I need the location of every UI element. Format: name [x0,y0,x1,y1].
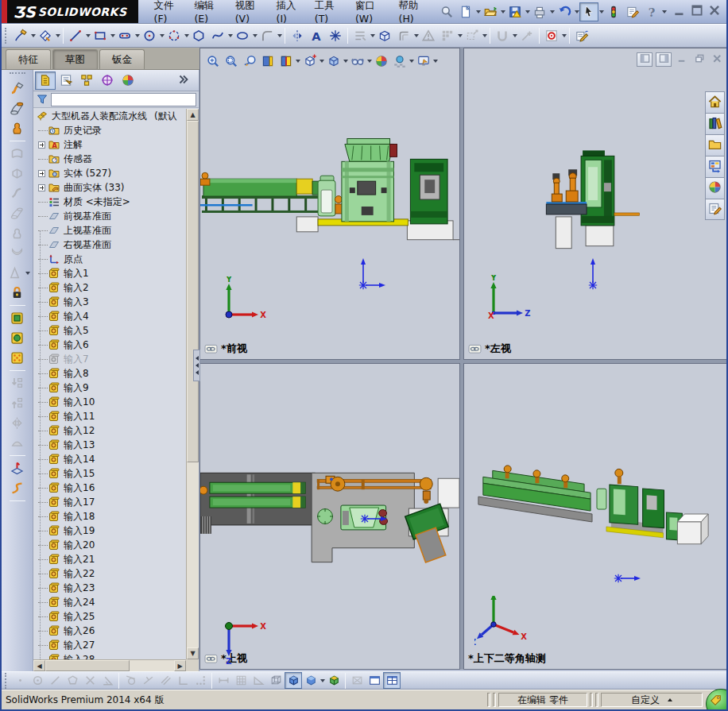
minimize-button[interactable] [672,5,687,18]
snap-corner-button[interactable] [174,672,192,689]
tree-item[interactable]: 原点 [33,252,186,266]
dome-button[interactable] [7,433,28,453]
task-pane-home-button[interactable] [705,91,725,113]
scroll-thumb[interactable] [187,121,199,462]
more-tabs-button[interactable] [173,71,194,90]
point-star-button[interactable] [326,26,345,45]
snap-nearest-button[interactable] [139,672,157,689]
snap-angle-tri-button[interactable] [250,672,267,689]
document-close-button[interactable] [710,53,724,66]
show-right-pane-button[interactable] [656,52,672,67]
tag-icon[interactable] [709,694,722,707]
menu-insert[interactable]: 插入(I) [269,0,307,23]
zoom-to-fit-button[interactable] [203,52,222,71]
tree-item[interactable]: 输入13 [33,438,186,452]
search-magnifier-button[interactable] [437,2,456,21]
custom-properties-button[interactable] [705,199,725,220]
smart-dimension-button[interactable] [36,26,55,45]
sketch-polygon-button[interactable] [64,672,81,689]
help-question-button[interactable]: ? [642,2,661,21]
ellipse-button[interactable] [233,26,252,45]
snap-points-button[interactable] [192,672,209,689]
menu-help[interactable]: 帮助(H) [391,0,432,23]
tree-item[interactable]: 输入9 [33,381,186,395]
straight-slot-button[interactable] [115,26,134,45]
corner-rectangle-button[interactable] [91,26,110,45]
tab-特征[interactable]: 特征 [6,49,51,69]
snap-tangent-button[interactable] [122,672,139,689]
expand-plus-icon[interactable] [38,184,45,191]
draft-button[interactable] [4,263,25,283]
apply-scene-button[interactable] [390,52,409,71]
open-document-button[interactable] [481,2,500,21]
tree-item[interactable]: 输入26 [33,624,186,638]
menu-file[interactable]: 文件(F) [146,0,187,23]
propertymanager-button[interactable] [56,71,76,90]
viewport-top[interactable]: *上视XZ [199,363,460,670]
view-palette-button[interactable] [705,156,725,177]
new-document-button[interactable] [456,2,475,21]
tree-item[interactable]: 上视基准面 [33,223,186,238]
no-preview-button[interactable] [348,672,366,689]
tree-item[interactable]: 输入22 [33,566,186,581]
line-button[interactable] [66,26,85,45]
file-explorer-button[interactable] [705,134,725,156]
tree-item[interactable]: 输入19 [33,524,186,538]
tree-item[interactable]: 输入11 [33,409,186,423]
displaymanager-button[interactable] [118,71,138,90]
sketch-fillet-button[interactable] [258,26,277,45]
tree-item[interactable]: 输入28 [33,652,186,659]
instant3d-button[interactable] [7,308,28,328]
tree-item[interactable]: 右视基准面 [33,238,186,252]
view-settings-button[interactable] [414,52,432,71]
dropdown-arrow-icon[interactable] [662,10,667,14]
toolbar-grip[interactable] [5,28,8,44]
expand-plus-icon[interactable] [38,141,45,149]
sketch-circle-button[interactable] [29,672,46,689]
move-entities-button[interactable] [463,26,482,45]
linear-sketch-pattern-button[interactable] [438,26,457,45]
section-view-button[interactable] [277,52,295,71]
tree-item[interactable]: 输入25 [33,609,186,624]
sketch-cross-button[interactable] [81,672,99,689]
tree-item[interactable]: 输入7 [33,352,186,366]
featuremanager-tree-button[interactable] [35,71,56,90]
single-viewport-button[interactable] [366,672,383,689]
expand-plus-icon[interactable] [38,170,45,177]
shaded-cube-button[interactable] [302,672,319,689]
view-orientation-button[interactable] [300,52,319,71]
revolved-boss-button[interactable] [7,118,28,138]
sketch-angle-button[interactable] [99,672,116,689]
circle-button[interactable] [140,26,159,45]
rib-lock-button[interactable] [7,283,28,303]
snap-parallel-button[interactable] [157,672,174,689]
tree-item[interactable]: 输入6 [33,338,186,352]
four-viewport-button[interactable] [383,672,401,689]
convert-entities-button[interactable] [375,26,394,45]
tree-item[interactable]: 输入2 [33,280,186,295]
tree-item[interactable]: 传感器 [33,152,186,166]
hide-show-items-button[interactable] [348,52,366,71]
swept-cut-button[interactable] [7,184,28,203]
perimeter-circle-button[interactable] [165,26,184,45]
tree-item[interactable]: 输入8 [33,366,186,381]
edit-appearance-button[interactable] [372,52,390,71]
close-button[interactable] [707,5,722,18]
dropdown-arrow-icon[interactable] [433,60,438,63]
document-minimize-button[interactable] [675,53,689,66]
boundary-boss-button[interactable] [7,144,28,164]
tree-item[interactable]: 输入15 [33,466,186,481]
dropdown-arrow-icon[interactable] [482,34,487,37]
lofted-boss-button[interactable] [7,99,28,118]
ref-geometry-button[interactable] [7,458,28,478]
sketch-line-button[interactable] [46,672,64,689]
tree-item[interactable]: 输入3 [33,295,186,309]
offset-entities-button[interactable] [394,26,413,45]
viewport-left[interactable]: *左视YZX [463,48,728,360]
tree-item[interactable]: 输入24 [33,595,186,609]
tab-钣金[interactable]: 钣金 [99,49,145,69]
curves-button[interactable] [7,478,28,498]
tree-horizontal-scrollbar[interactable]: ◀ ▶ [33,659,186,671]
scroll-right-button[interactable]: ▶ [174,660,186,671]
tree-item[interactable]: 输入10 [33,395,186,409]
